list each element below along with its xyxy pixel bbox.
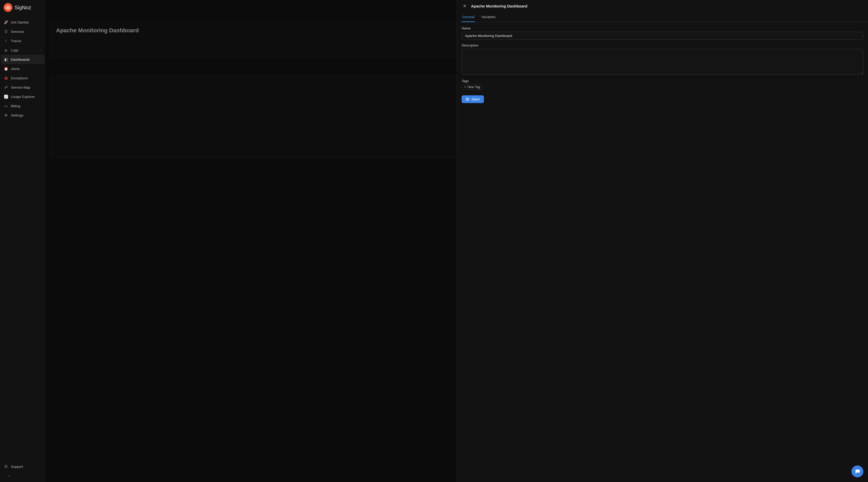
sidebar-item-support[interactable]: ⦿ Support bbox=[1, 462, 44, 471]
main: Apache Monitoring Dashboard ✕ Apache Mon… bbox=[45, 0, 868, 482]
settings-drawer: ✕ Apache Monitoring Dashboard General Va… bbox=[457, 0, 868, 482]
sidebar-item-label: Support bbox=[11, 465, 23, 469]
sidebar-item-exceptions[interactable]: 🐞 Exceptions bbox=[1, 73, 44, 83]
sidebar-item-get-started[interactable]: 🚀 Get Started bbox=[1, 18, 44, 27]
form-field-name: Name bbox=[462, 26, 863, 40]
gear-icon: ⚙ bbox=[4, 113, 8, 117]
sidebar-item-label: Traces bbox=[11, 39, 22, 43]
sidebar-item-label: Logs bbox=[11, 48, 18, 52]
sidebar-item-alerts[interactable]: ⏰ Alerts bbox=[1, 64, 44, 73]
name-label: Name bbox=[462, 26, 863, 30]
chart-icon: 📈 bbox=[4, 95, 8, 99]
bug-icon: 🐞 bbox=[4, 76, 8, 80]
description-input[interactable] bbox=[462, 49, 863, 75]
form-field-tags: Tags + New Tag bbox=[462, 79, 863, 90]
plus-icon: + bbox=[464, 85, 466, 89]
drawer-title: Apache Monitoring Dashboard bbox=[471, 4, 527, 8]
new-tag-label: New Tag bbox=[468, 85, 480, 89]
sidebar-item-label: Settings bbox=[11, 114, 24, 117]
brand-name: SigNoz bbox=[14, 5, 31, 10]
bars-icon: ☰ bbox=[4, 29, 8, 34]
close-icon: ✕ bbox=[463, 4, 466, 8]
form-field-description: Description bbox=[462, 43, 863, 75]
close-button[interactable]: ✕ bbox=[462, 3, 467, 9]
brand: SigNoz bbox=[0, 0, 45, 17]
sidebar-item-logs[interactable]: ≣ Logs › bbox=[1, 45, 44, 55]
nav: 🚀 Get Started ☰ Services ⑂ Traces ≣ Logs… bbox=[0, 17, 45, 462]
save-button[interactable]: Save bbox=[462, 95, 484, 103]
chat-fab[interactable] bbox=[851, 465, 863, 477]
graph-icon: ☍ bbox=[4, 85, 8, 89]
bell-icon: ⏰ bbox=[4, 67, 8, 71]
save-label: Save bbox=[471, 97, 480, 101]
sidebar-item-settings[interactable]: ⚙ Settings bbox=[1, 110, 44, 120]
tags-label: Tags bbox=[462, 79, 863, 83]
sidebar-item-label: Dashboards bbox=[11, 58, 30, 62]
rocket-icon: 🚀 bbox=[4, 20, 8, 24]
chevron-right-icon: › bbox=[40, 49, 41, 52]
sidebar-item-traces[interactable]: ⑂ Traces bbox=[1, 36, 44, 45]
svg-point-0 bbox=[7, 7, 9, 8]
sidebar-item-label: Service Map bbox=[11, 86, 30, 89]
save-icon bbox=[466, 97, 469, 101]
sidebar-item-label: Alerts bbox=[11, 67, 20, 71]
sidebar: SigNoz 🚀 Get Started ☰ Services ⑂ Traces… bbox=[0, 0, 45, 482]
sidebar-item-service-map[interactable]: ☍ Service Map bbox=[1, 83, 44, 92]
drawer-tabs: General Variables bbox=[457, 11, 868, 22]
tab-general[interactable]: General bbox=[462, 12, 475, 22]
sidebar-footer: ⦿ Support ‹ bbox=[0, 462, 45, 482]
chevron-left-icon: ‹ bbox=[8, 474, 9, 478]
chat-icon bbox=[855, 469, 860, 474]
branch-icon: ⑂ bbox=[4, 39, 8, 43]
name-input[interactable] bbox=[462, 32, 863, 40]
drawer-header: ✕ Apache Monitoring Dashboard bbox=[457, 0, 868, 11]
sidebar-item-billing[interactable]: ▭ Billing bbox=[1, 101, 44, 110]
tab-variables[interactable]: Variables bbox=[481, 12, 496, 22]
description-label: Description bbox=[462, 43, 863, 47]
sidebar-item-label: Services bbox=[11, 30, 24, 34]
lifebuoy-icon: ⦿ bbox=[4, 465, 8, 469]
sidebar-item-services[interactable]: ☰ Services bbox=[1, 27, 44, 36]
sidebar-item-label: Exceptions bbox=[11, 76, 28, 80]
sidebar-collapse-button[interactable]: ‹ bbox=[1, 471, 44, 480]
new-tag-button[interactable]: + New Tag bbox=[462, 85, 483, 90]
sidebar-item-dashboards[interactable]: ◧ Dashboards bbox=[1, 55, 44, 64]
sidebar-item-label: Billing bbox=[11, 104, 20, 108]
card-icon: ▭ bbox=[4, 104, 8, 108]
lines-icon: ≣ bbox=[4, 48, 8, 52]
drawer-form: Name Description Tags + New Tag bbox=[457, 22, 868, 107]
dashboard-icon: ◧ bbox=[4, 57, 8, 62]
sidebar-item-label: Usage Explorer bbox=[11, 95, 35, 99]
brand-logo-icon bbox=[4, 3, 12, 12]
sidebar-item-label: Get Started bbox=[11, 21, 29, 24]
sidebar-item-usage-explorer[interactable]: 📈 Usage Explorer bbox=[1, 92, 44, 101]
